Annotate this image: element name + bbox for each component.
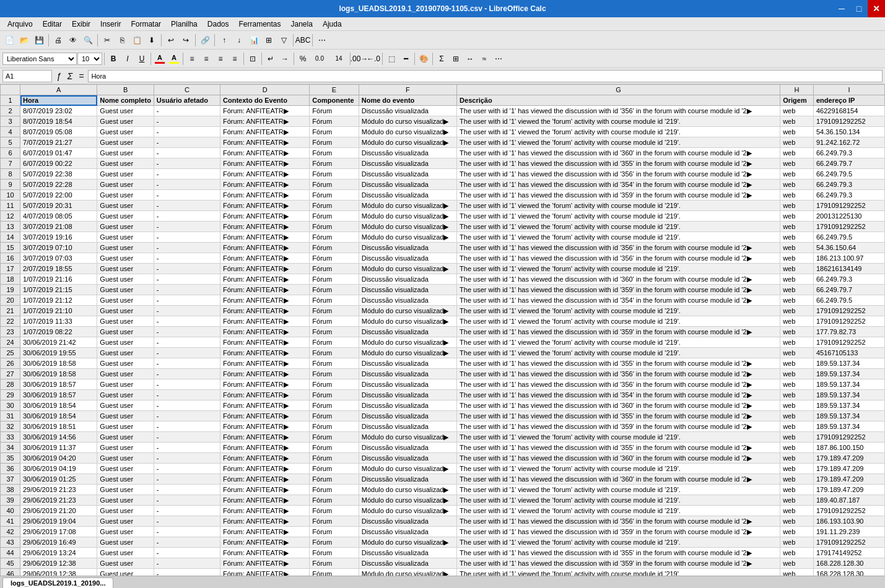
cell-A30[interactable]: 30/06/2019 18:54 bbox=[20, 400, 97, 411]
menu-exibir[interactable]: Exibir bbox=[67, 17, 95, 30]
cell-I29[interactable]: 189.59.137.34 bbox=[813, 390, 884, 400]
cell-D14[interactable]: Fórum: ANFITEATR▶ bbox=[220, 232, 310, 243]
cell-F13[interactable]: Módulo do curso visualizad▶ bbox=[359, 222, 456, 232]
cell-D44[interactable]: Fórum: ANFITEATR▶ bbox=[220, 548, 310, 558]
cell-A27[interactable]: 30/06/2019 18:58 bbox=[20, 369, 97, 379]
cell-C22[interactable]: - bbox=[154, 316, 220, 327]
table-button[interactable]: ⊞ bbox=[262, 33, 276, 47]
cell-I10[interactable]: 66.249.79.3 bbox=[813, 190, 884, 201]
cell-C26[interactable]: - bbox=[154, 358, 220, 369]
cell-C7[interactable]: - bbox=[154, 158, 220, 169]
cell-F45[interactable]: Discussão visualizada bbox=[359, 558, 456, 569]
cell-H17[interactable]: web bbox=[780, 264, 814, 274]
cell-B33[interactable]: Guest user bbox=[97, 432, 154, 443]
wrap-button[interactable]: ↵ bbox=[264, 52, 277, 66]
cell-E30[interactable]: Fórum bbox=[310, 400, 359, 411]
cell-H23[interactable]: web bbox=[780, 327, 814, 337]
cell-D36[interactable]: Fórum: ANFITEATR▶ bbox=[220, 464, 310, 474]
cell-F12[interactable]: Módulo do curso visualizad▶ bbox=[359, 211, 456, 222]
cell-A22[interactable]: 1/07/2019 11:33 bbox=[20, 316, 97, 327]
sort-desc-button[interactable]: ↓ bbox=[232, 33, 246, 47]
cell-E12[interactable]: Fórum bbox=[310, 211, 359, 222]
cell-I5[interactable]: 91.242.162.72 bbox=[813, 137, 884, 148]
cell-B39[interactable]: Guest user bbox=[97, 495, 154, 506]
cell-I30[interactable]: 189.59.137.34 bbox=[813, 400, 884, 411]
menu-editar[interactable]: Editar bbox=[38, 17, 67, 30]
cell-D38[interactable]: Fórum: ANFITEATR▶ bbox=[220, 485, 310, 495]
cell-F35[interactable]: Discussão visualizada bbox=[359, 453, 456, 464]
cell-E34[interactable]: Fórum bbox=[310, 443, 359, 453]
cell-F42[interactable]: Discussão visualizada bbox=[359, 527, 456, 537]
align-left-button[interactable]: ≡ bbox=[185, 52, 199, 66]
cell-D40[interactable]: Fórum: ANFITEATR▶ bbox=[220, 506, 310, 516]
cell-F22[interactable]: Módulo do curso visualizad▶ bbox=[359, 316, 456, 327]
cell-C14[interactable]: - bbox=[154, 232, 220, 243]
cell-B36[interactable]: Guest user bbox=[97, 464, 154, 474]
cell-D4[interactable]: Fórum: ANFITEATR▶ bbox=[220, 127, 310, 137]
cell-I39[interactable]: 189.40.87.187 bbox=[813, 495, 884, 506]
cell-H11[interactable]: web bbox=[780, 201, 814, 211]
cell-G2[interactable]: The user with id '1' has viewed the disc… bbox=[457, 106, 780, 116]
italic-button[interactable]: I bbox=[121, 52, 134, 66]
cell-A12[interactable]: 4/07/2019 08:05 bbox=[20, 211, 97, 222]
cell-reference-input[interactable] bbox=[2, 70, 52, 82]
cell-G13[interactable]: The user with id '1' viewed the 'forum' … bbox=[457, 222, 780, 232]
cell-B22[interactable]: Guest user bbox=[97, 316, 154, 327]
cell-C12[interactable]: - bbox=[154, 211, 220, 222]
hyperlink-button[interactable]: 🔗 bbox=[198, 33, 212, 47]
cell-A34[interactable]: 30/06/2019 11:37 bbox=[20, 443, 97, 453]
cell-I28[interactable]: 189.59.137.34 bbox=[813, 379, 884, 390]
cell-A19[interactable]: 1/07/2019 21:15 bbox=[20, 285, 97, 295]
cell-I19[interactable]: 66.249.79.7 bbox=[813, 285, 884, 295]
cell-H8[interactable]: web bbox=[780, 169, 814, 179]
cell-E37[interactable]: Fórum bbox=[310, 474, 359, 485]
cell-A21[interactable]: 1/07/2019 21:10 bbox=[20, 306, 97, 316]
cell-D20[interactable]: Fórum: ANFITEATR▶ bbox=[220, 295, 310, 306]
cell-E31[interactable]: Fórum bbox=[310, 411, 359, 422]
cell-A17[interactable]: 2/07/2019 18:55 bbox=[20, 264, 97, 274]
cell-B11[interactable]: Guest user bbox=[97, 201, 154, 211]
cell-C35[interactable]: - bbox=[154, 453, 220, 464]
cell-A14[interactable]: 3/07/2019 19:16 bbox=[20, 232, 97, 243]
cell-D22[interactable]: Fórum: ANFITEATR▶ bbox=[220, 316, 310, 327]
cell-C18[interactable]: - bbox=[154, 274, 220, 285]
cell-E7[interactable]: Fórum bbox=[310, 158, 359, 169]
border-style-button[interactable]: ━ bbox=[399, 52, 412, 66]
cell-I41[interactable]: 186.193.103.90 bbox=[813, 516, 884, 527]
cell-A38[interactable]: 29/06/2019 21:23 bbox=[20, 485, 97, 495]
cell-G29[interactable]: The user with id '1' has viewed the disc… bbox=[457, 390, 780, 400]
underline-button[interactable]: U bbox=[135, 52, 149, 66]
cell-F44[interactable]: Discussão visualizada bbox=[359, 548, 456, 558]
col-header-H[interactable]: H bbox=[780, 85, 814, 95]
cell-B27[interactable]: Guest user bbox=[97, 369, 154, 379]
cell-B14[interactable]: Guest user bbox=[97, 232, 154, 243]
formula-input[interactable] bbox=[88, 70, 883, 82]
cell-G37[interactable]: The user with id '1' has viewed the disc… bbox=[457, 474, 780, 485]
cell-B34[interactable]: Guest user bbox=[97, 443, 154, 453]
cell-H7[interactable]: web bbox=[780, 158, 814, 169]
cell-C3[interactable]: - bbox=[154, 116, 220, 127]
cell-A2[interactable]: 8/07/2019 23:02 bbox=[20, 106, 97, 116]
cell-I26[interactable]: 189.59.137.34 bbox=[813, 358, 884, 369]
autofilter-button[interactable]: ▽ bbox=[277, 33, 290, 47]
cell-H14[interactable]: web bbox=[780, 232, 814, 243]
cell-H20[interactable]: web bbox=[780, 295, 814, 306]
cell-C6[interactable]: - bbox=[154, 148, 220, 158]
col-header-D[interactable]: D bbox=[220, 85, 310, 95]
cell-I25[interactable]: 45167105133 bbox=[813, 348, 884, 358]
col-header-I[interactable]: I bbox=[813, 85, 884, 95]
cell-A26[interactable]: 30/06/2019 18:58 bbox=[20, 358, 97, 369]
cell-G44[interactable]: The user with id '1' has viewed the disc… bbox=[457, 548, 780, 558]
cell-I11[interactable]: 1791091292252 bbox=[813, 201, 884, 211]
cell-G4[interactable]: The user with id '1' viewed the 'forum' … bbox=[457, 127, 780, 137]
cell-D45[interactable]: Fórum: ANFITEATR▶ bbox=[220, 558, 310, 569]
cell-D3[interactable]: Fórum: ANFITEATR▶ bbox=[220, 116, 310, 127]
cell-F17[interactable]: Módulo do curso visualizad▶ bbox=[359, 264, 456, 274]
cell-F20[interactable]: Discussão visualizada bbox=[359, 295, 456, 306]
cell-C29[interactable]: - bbox=[154, 390, 220, 400]
cell-D23[interactable]: Fórum: ANFITEATR▶ bbox=[220, 327, 310, 337]
cell-G20[interactable]: The user with id '1' has viewed the disc… bbox=[457, 295, 780, 306]
sheet-tab-1[interactable]: logs_UEADSL2019.1_20190... bbox=[2, 577, 113, 588]
cell-A46[interactable]: 29/06/2019 12:38 bbox=[20, 569, 97, 576]
cell-D30[interactable]: Fórum: ANFITEATR▶ bbox=[220, 400, 310, 411]
